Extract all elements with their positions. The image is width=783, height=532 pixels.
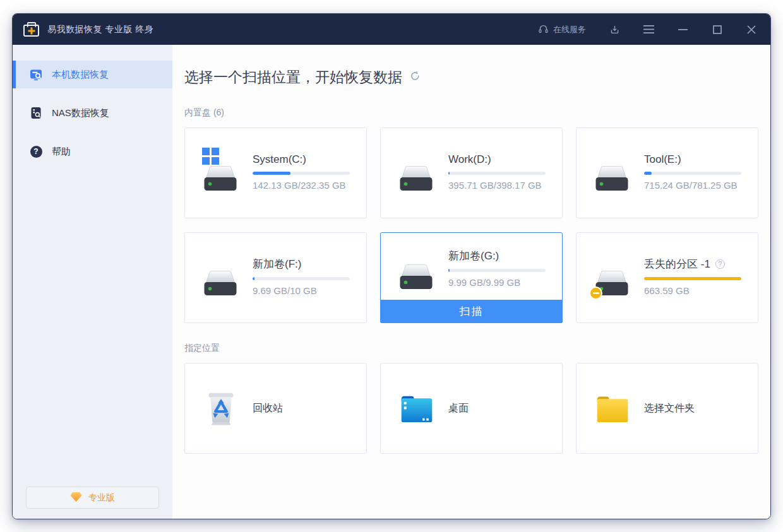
help-question-icon[interactable]: ? [715,259,725,269]
maximize-button[interactable] [712,24,722,35]
drive-name: 新加卷(F:) [253,257,350,271]
specified-location-section-label: 指定位置 [184,343,758,354]
app-title: 易我数据恢复 专业版 终身 [47,24,153,35]
download-button[interactable] [609,24,620,35]
sidebar-item-label: 本机数据恢复 [52,69,109,81]
sidebar: 本机数据恢复 NAS数据恢复 ? 帮助 专业版 [13,45,172,519]
desktop-folder-icon [399,393,434,424]
scan-button[interactable]: 扫描 [380,300,563,323]
drive-name: Work(D:) [448,153,546,166]
recycle-bin-icon [203,390,239,427]
close-button[interactable] [746,24,756,35]
drive-size: 9.99 GB/9.99 GB [448,277,546,288]
local-recovery-icon [30,68,42,81]
capacity-bar [448,172,546,175]
sidebar-item-label: NAS数据恢复 [52,107,109,119]
hard-drive-icon [203,270,237,298]
sidebar-item-nas-recovery[interactable]: NAS数据恢复 [13,99,172,127]
drive-size: 715.24 GB/781.25 GB [644,180,741,191]
capacity-bar [644,172,741,175]
drive-card-tool-e[interactable]: Tool(E:) 715.24 GB/781.25 GB [576,127,758,218]
drive-size: 9.69 GB/10 GB [253,285,350,296]
online-service-button[interactable]: 在线服务 [538,23,586,36]
upgrade-label: 专业版 [88,492,115,504]
drive-card-g-selected[interactable]: 新加卷(G:) 9.99 GB/9.99 GB 扫描 [380,232,563,323]
headset-icon [538,23,549,36]
minimize-button[interactable] [678,24,688,35]
title-bar: 易我数据恢复 专业版 终身 在线服务 [13,14,770,45]
gem-icon [70,492,82,504]
windows-logo-icon [202,148,219,165]
drive-card-system-c[interactable]: System(C:) 142.13 GB/232.35 GB [184,127,367,218]
drives-grid: System(C:) 142.13 GB/232.35 GB Work(D:) … [184,127,758,323]
drive-name: 丢失的分区 -1 [644,257,710,271]
online-service-label: 在线服务 [553,24,586,35]
location-label: 桌面 [448,402,469,415]
internal-drives-section-label: 内置盘 (6) [184,107,758,119]
drive-card-work-d[interactable]: Work(D:) 395.71 GB/398.17 GB [380,127,563,218]
app-window: 易我数据恢复 专业版 终身 在线服务 [12,13,771,519]
location-label: 回收站 [253,402,283,415]
app-logo-toolbox-icon [23,25,39,37]
help-icon: ? [30,145,42,158]
drive-card-lost-partition[interactable]: 丢失的分区 -1 ? 663.59 GB [576,232,758,323]
drive-size: 663.59 GB [644,285,741,296]
drive-size: 142.13 GB/232.35 GB [253,180,350,191]
page-title: 选择一个扫描位置，开始恢复数据 [184,68,402,87]
upgrade-pro-button[interactable]: 专业版 [26,487,159,509]
nas-recovery-icon [30,107,42,119]
hard-drive-icon [595,165,629,193]
main-panel: 选择一个扫描位置，开始恢复数据 内置盘 (6) System(C:) [172,45,771,519]
refresh-icon[interactable] [410,71,421,84]
sidebar-item-help[interactable]: ? 帮助 [13,138,172,165]
choose-folder-icon [595,393,630,424]
drive-name: System(C:) [253,153,350,166]
location-card-recycle-bin[interactable]: 回收站 [184,363,367,454]
location-label: 选择文件夹 [644,402,695,415]
drive-size: 395.71 GB/398.17 GB [448,180,546,191]
sidebar-item-label: 帮助 [52,146,71,158]
hard-drive-icon [203,165,237,193]
lost-partition-minus-icon [589,287,602,300]
hard-drive-icon [399,264,433,292]
location-card-desktop[interactable]: 桌面 [380,363,563,454]
capacity-bar [253,277,350,280]
hard-drive-icon [399,165,433,193]
sidebar-item-local-recovery[interactable]: 本机数据恢复 [13,61,172,88]
drive-card-f[interactable]: 新加卷(F:) 9.69 GB/10 GB [184,232,367,323]
capacity-bar [253,172,350,175]
drive-name: Tool(E:) [644,153,741,166]
capacity-bar [644,277,741,280]
drive-name: 新加卷(G:) [448,249,546,263]
location-card-choose-folder[interactable]: 选择文件夹 [576,363,758,454]
locations-grid: 回收站 桌面 选择文件夹 [184,363,758,454]
capacity-bar [448,269,546,272]
menu-icon[interactable] [643,24,654,35]
